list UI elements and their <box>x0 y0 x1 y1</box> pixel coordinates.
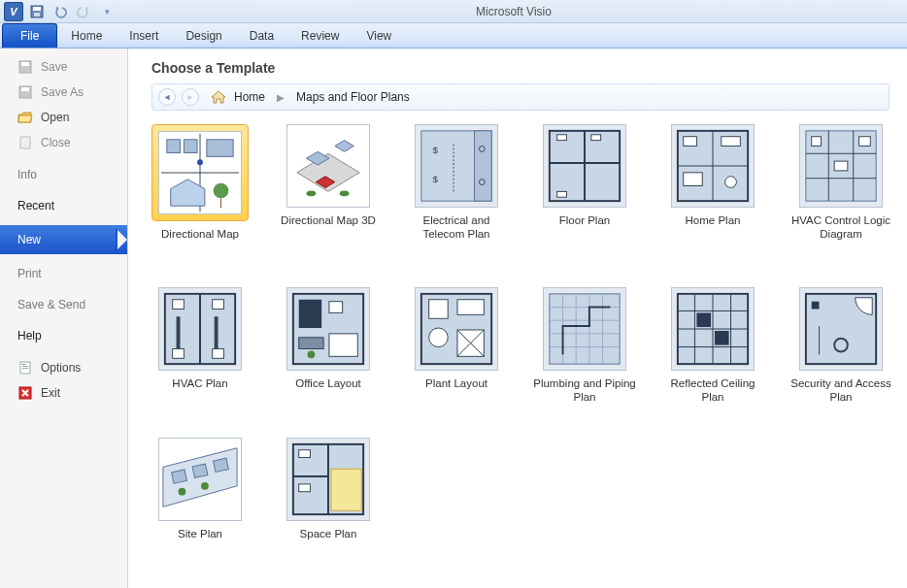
folder-open-icon <box>17 110 33 125</box>
svg-rect-40 <box>684 173 703 186</box>
svg-point-20 <box>197 159 203 165</box>
tab-insert[interactable]: Insert <box>116 24 172 48</box>
tab-data[interactable]: Data <box>236 24 287 48</box>
template-thumb <box>286 438 370 521</box>
sidebar-save-send[interactable]: Save & Send <box>0 293 127 316</box>
template-thumb <box>671 287 755 371</box>
ribbon-tab-strip: File Home Insert Design Data Review View <box>0 23 907 49</box>
template-label: Plant Layout <box>402 376 511 404</box>
svg-rect-39 <box>722 137 741 147</box>
sidebar-item-label: Print <box>17 267 42 280</box>
template-home-plan[interactable]: Home Plan <box>664 124 761 254</box>
breadcrumb-bar: ◄ ► Home ▶ Maps and Floor Plans <box>151 83 890 111</box>
template-hvac-control-logic[interactable]: HVAC Control Logic Diagram <box>792 124 890 254</box>
svg-rect-34 <box>557 191 567 197</box>
template-electrical-telecom-plan[interactable]: $$ Electrical and Telecom Plan <box>408 124 505 254</box>
sidebar-item-label: Help <box>17 329 42 343</box>
app-icon[interactable]: V <box>4 2 23 21</box>
sidebar-item-label: Save <box>41 60 67 74</box>
template-thumb <box>543 287 626 371</box>
template-label: Home Plan <box>658 213 767 241</box>
template-plumbing-piping[interactable]: Plumbing and Piping Plan <box>536 287 633 405</box>
svg-rect-90 <box>172 470 187 483</box>
sidebar-item-label: Save & Send <box>17 298 85 311</box>
template-thumb <box>158 287 242 371</box>
svg-rect-33 <box>591 135 601 141</box>
svg-rect-10 <box>22 366 28 367</box>
template-office-layout[interactable]: Office Layout <box>280 287 377 405</box>
template-label: Electrical and Telecom Plan <box>402 213 511 242</box>
svg-point-21 <box>307 190 317 196</box>
sidebar-new[interactable]: New <box>0 225 127 254</box>
svg-rect-4 <box>21 62 29 66</box>
nav-forward-button[interactable]: ► <box>182 88 199 106</box>
sidebar-item-label: Close <box>41 136 71 149</box>
svg-rect-92 <box>214 458 229 472</box>
arrow-left-icon: ◄ <box>163 92 172 102</box>
sidebar-help[interactable]: Help <box>0 324 127 347</box>
template-thumb <box>286 287 370 371</box>
template-thumb <box>415 287 498 371</box>
svg-rect-16 <box>167 140 181 153</box>
svg-rect-88 <box>812 302 820 310</box>
svg-text:$: $ <box>433 174 439 184</box>
qat-customize[interactable]: ▾ <box>97 2 117 21</box>
nav-back-button[interactable]: ◄ <box>158 88 176 106</box>
visio-logo-icon: V <box>4 2 23 21</box>
svg-rect-52 <box>173 300 185 310</box>
template-directional-map-3d[interactable]: Directional Map 3D <box>280 124 377 254</box>
panel-heading: Choose a Template <box>151 60 890 76</box>
undo-button[interactable] <box>50 2 70 21</box>
tab-file[interactable]: File <box>2 23 57 48</box>
sidebar-info[interactable]: Info <box>0 163 127 186</box>
breadcrumb-current[interactable]: Maps and Floor Plans <box>294 90 412 104</box>
sidebar-item-label: Options <box>41 361 81 375</box>
sidebar-item-label: Info <box>17 168 37 181</box>
save-qat-button[interactable] <box>27 2 47 21</box>
svg-rect-69 <box>550 294 620 364</box>
template-label: Security and Access Plan <box>787 376 895 405</box>
sidebar-item-label: Recent <box>17 199 54 212</box>
sidebar-recent[interactable]: Recent <box>0 194 127 217</box>
sidebar-close[interactable]: Close <box>0 130 127 155</box>
svg-point-93 <box>179 488 186 496</box>
tab-design[interactable]: Design <box>172 24 235 48</box>
template-grid: Directional Map Directional Map 3D $$ El… <box>151 124 890 554</box>
quick-access-toolbar: V ▾ <box>0 2 120 21</box>
template-space-plan[interactable]: Space Plan <box>280 438 377 554</box>
svg-rect-11 <box>22 368 28 369</box>
template-directional-map[interactable]: Directional Map <box>151 124 249 254</box>
svg-point-65 <box>429 328 449 347</box>
template-plant-layout[interactable]: Plant Layout <box>408 287 505 405</box>
redo-button[interactable] <box>74 2 93 21</box>
svg-rect-100 <box>299 484 311 492</box>
sidebar-exit[interactable]: Exit <box>0 380 127 406</box>
template-reflected-ceiling[interactable]: Reflected Ceiling Plan <box>664 287 761 405</box>
svg-point-41 <box>725 177 737 188</box>
template-label: Plumbing and Piping Plan <box>530 376 639 405</box>
sidebar-save[interactable]: Save <box>0 54 127 80</box>
template-security-access[interactable]: Security and Access Plan <box>792 287 890 405</box>
svg-rect-24 <box>475 131 492 201</box>
svg-rect-49 <box>834 161 848 171</box>
template-label: Floor Plan <box>530 213 639 241</box>
template-thumb <box>799 287 883 371</box>
sidebar-options[interactable]: Options <box>0 355 127 380</box>
tab-view[interactable]: View <box>353 24 405 48</box>
sidebar-print[interactable]: Print <box>0 262 127 285</box>
template-floor-plan[interactable]: Floor Plan <box>536 124 633 254</box>
sidebar-open[interactable]: Open <box>0 105 127 130</box>
svg-rect-54 <box>173 349 185 359</box>
tab-home[interactable]: Home <box>57 24 116 48</box>
template-site-plan[interactable]: Site Plan <box>151 438 249 554</box>
svg-rect-9 <box>22 364 25 365</box>
sidebar-save-as[interactable]: Save As <box>0 80 127 105</box>
template-hvac-plan[interactable]: HVAC Plan <box>151 287 249 405</box>
tab-review[interactable]: Review <box>287 24 353 48</box>
svg-rect-55 <box>213 349 224 359</box>
chevron-right-icon: ▶ <box>273 92 288 103</box>
breadcrumb-home[interactable]: Home <box>232 90 267 104</box>
template-thumb <box>543 124 626 208</box>
svg-point-22 <box>340 190 350 196</box>
svg-rect-98 <box>331 469 361 510</box>
